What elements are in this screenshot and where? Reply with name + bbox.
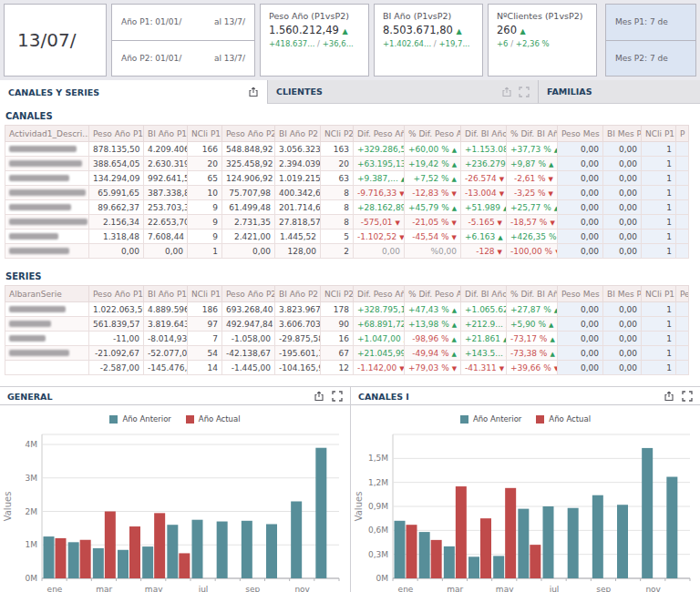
expand-icon[interactable] <box>332 391 343 402</box>
column-header[interactable]: P <box>676 126 689 142</box>
bar-año-anterior-nov[interactable] <box>291 501 302 578</box>
bar-año-actual-mar[interactable] <box>456 486 467 578</box>
export-icon[interactable] <box>248 87 259 97</box>
bar-año-actual-feb[interactable] <box>431 540 442 578</box>
column-header[interactable]: Pes <box>676 286 689 302</box>
column-header[interactable]: Peso Mes P1 <box>558 126 603 142</box>
diff-cell: +21.861▲ <box>461 332 507 346</box>
column-header[interactable]: Peso Año P1 <box>89 286 144 302</box>
legend-item[interactable]: Año Actual <box>536 414 591 424</box>
column-header[interactable]: NCli P2 <box>321 126 354 142</box>
column-header[interactable]: NCli P1 <box>188 126 222 142</box>
export-icon[interactable] <box>501 87 512 97</box>
column-header[interactable]: AlbaranSerie <box>5 286 89 302</box>
mes-p2-box[interactable]: Mes P2: 7 de <box>605 40 696 77</box>
column-header[interactable]: NCli P1 <box>642 126 676 142</box>
bar-año-actual-feb[interactable] <box>80 540 91 578</box>
bar-año-anterior-mar[interactable] <box>93 548 104 578</box>
column-header[interactable]: % Dif. BI Año <box>507 286 558 302</box>
legend-item[interactable]: Año Anterior <box>109 414 170 424</box>
bar-año-anterior-oct[interactable] <box>266 524 277 578</box>
export-icon[interactable] <box>664 391 674 402</box>
bar-año-actual-mar[interactable] <box>105 512 116 578</box>
tab-familias[interactable]: FAMILIAS <box>538 80 700 104</box>
column-header[interactable]: % Dif. BI Año <box>507 126 558 142</box>
bar-año-anterior-nov[interactable] <box>642 448 653 578</box>
expand-icon[interactable] <box>519 87 530 97</box>
table-row[interactable]: -21.092,67-52.077,0854-42.138,67-195.601… <box>5 346 689 361</box>
table-row[interactable]: 561.839,573.819.643...97492.947,843.606.… <box>5 317 689 332</box>
table-row[interactable]: 0,000,0010,00128,0020,00%0,00-128▼-100,0… <box>5 244 689 259</box>
legend-item[interactable]: Año Anterior <box>460 414 521 424</box>
table-row[interactable]: 65.991,65387.338,811075.707,98400.342,64… <box>5 186 689 200</box>
bar-año-anterior-abr[interactable] <box>468 556 479 578</box>
bar-año-anterior-sep[interactable] <box>592 495 603 578</box>
table-row[interactable]: 878.135,504.209.406...166548.848,923.056… <box>5 142 689 157</box>
bar-año-actual-may[interactable] <box>154 513 165 578</box>
column-header[interactable]: Dif. BI Año <box>461 286 507 302</box>
column-header[interactable]: BI Año P1 <box>144 126 188 142</box>
bar-año-anterior-jul[interactable] <box>543 506 554 578</box>
column-header[interactable]: BI Mes P1 <box>603 126 642 142</box>
bar-año-actual-may[interactable] <box>505 488 516 578</box>
column-header[interactable]: % Dif. Peso Año <box>405 126 461 142</box>
table-row[interactable]: 134.294,09992.641,5765124.906,921.019.21… <box>5 171 689 186</box>
table-row[interactable]: 1.318,487.608,4492.421,001.445,525-1.102… <box>5 230 689 244</box>
bar-año-anterior-oct[interactable] <box>617 505 628 578</box>
bar-año-anterior-sep[interactable] <box>242 521 252 578</box>
bar-año-actual-ene[interactable] <box>56 538 67 578</box>
column-header[interactable]: Peso Año P1 <box>89 126 144 142</box>
bar-año-anterior-jul[interactable] <box>192 520 203 578</box>
column-header[interactable]: BI Año P2 <box>275 286 321 302</box>
column-header[interactable]: BI Mes P1 <box>603 286 642 302</box>
bar-año-anterior-ene[interactable] <box>395 521 406 578</box>
export-icon[interactable] <box>314 391 324 402</box>
bar-año-anterior-dic[interactable] <box>666 477 677 578</box>
column-header[interactable]: BI Año P1 <box>144 286 188 302</box>
bar-año-anterior-ago[interactable] <box>568 508 579 578</box>
column-header[interactable]: Peso Año P2 <box>222 286 275 302</box>
bar-año-actual-jun[interactable] <box>530 545 540 578</box>
bar-año-anterior-jun[interactable] <box>518 509 529 578</box>
chart-canales-i[interactable]: 0M0,3M0,6M0,9M1,2M1,5Menemarmayjulsepnov… <box>351 425 700 592</box>
bar-año-anterior-dic[interactable] <box>315 448 326 578</box>
column-header[interactable]: Dif. Peso Año <box>354 286 405 302</box>
column-header[interactable]: NCli P2 <box>321 286 354 302</box>
tab-canales-y-series[interactable]: CANALES Y SERIES <box>0 80 267 104</box>
bar-año-actual-jun[interactable] <box>179 553 190 578</box>
table-row[interactable]: -11,00-8.014,937-1.058,00-29.875,5816+1.… <box>5 332 689 346</box>
table-row[interactable]: 2.156,3422.653,7092.731,3527.818,578-575… <box>5 215 689 230</box>
period2-box[interactable]: Año P2: 01/01/ al 13/7/ <box>111 40 255 77</box>
bar-año-actual-ene[interactable] <box>407 525 417 578</box>
column-header[interactable]: Peso Año P2 <box>222 126 275 142</box>
bar-año-actual-abr[interactable] <box>129 526 140 578</box>
bar-año-anterior-jun[interactable] <box>167 525 178 578</box>
bar-año-actual-abr[interactable] <box>480 518 491 578</box>
table-row[interactable]: 388.654,052.630.319...20325.458,922.394.… <box>5 157 689 171</box>
bar-año-anterior-feb[interactable] <box>68 542 79 578</box>
column-header[interactable]: Dif. Peso Año <box>354 126 405 142</box>
table-row[interactable]: 1.022.063,594.889.596...186693.268,403.8… <box>5 302 689 317</box>
bar-año-anterior-abr[interactable] <box>118 550 129 578</box>
bar-año-anterior-mar[interactable] <box>444 546 455 578</box>
expand-icon[interactable] <box>682 391 693 402</box>
table-row[interactable]: 89.662,37253.703,38961.499,48201.714,678… <box>5 200 689 215</box>
table-row[interactable]: -2.587,00-145.476,8614-1.445,00-104.165,… <box>5 361 689 375</box>
column-header[interactable]: % Dif. Peso Año <box>405 286 461 302</box>
bar-año-anterior-may[interactable] <box>142 546 153 578</box>
bar-año-anterior-ago[interactable] <box>217 522 228 578</box>
tab-clientes[interactable]: CLIENTES <box>267 80 538 104</box>
bar-año-anterior-may[interactable] <box>493 556 504 578</box>
legend-item[interactable]: Año Actual <box>186 414 241 424</box>
mes-p1-box[interactable]: Mes P1: 7 de <box>605 4 696 41</box>
column-header[interactable]: Peso Mes P1 <box>558 286 603 302</box>
column-header[interactable]: NCli P1 <box>642 286 676 302</box>
bar-año-anterior-ene[interactable] <box>44 536 55 578</box>
column-header[interactable]: Dif. BI Año <box>461 126 507 142</box>
column-header[interactable]: Actividad1_Descri... <box>5 126 89 142</box>
period1-box[interactable]: Año P1: 01/01/ al 13/7/ <box>111 4 255 41</box>
column-header[interactable]: NCli P1 <box>188 286 222 302</box>
chart-general[interactable]: 0M1M2M3M4MenemarmayjulsepnovValues <box>0 425 350 592</box>
bar-año-anterior-feb[interactable] <box>419 532 430 578</box>
column-header[interactable]: BI Año P2 <box>275 126 321 142</box>
